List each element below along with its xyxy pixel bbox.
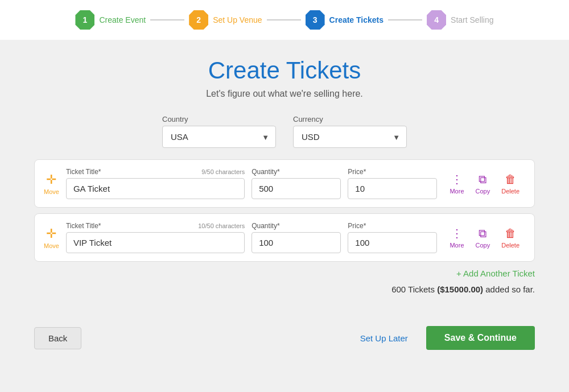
ticket-title-label-1: Ticket Title* xyxy=(66,168,101,176)
copy-icon-2: ⧉ xyxy=(479,227,486,240)
ticket-qty-label-2: Quantity* xyxy=(251,222,279,230)
ticket-row-2: ✛ Move Ticket Title* 10/50 characters Qu… xyxy=(34,213,535,262)
step-label-create-tickets: Create Tickets xyxy=(329,15,384,24)
step-label-set-up-venue: Set Up Venue xyxy=(213,15,262,24)
ticket-title-group-1: Ticket Title* 9/50 characters xyxy=(66,168,245,199)
page-subtitle: Let's figure out what we're selling here… xyxy=(34,89,535,99)
summary-ticket-count: 600 Tickets xyxy=(391,284,435,294)
main-content: Create Tickets Let's figure out what we'… xyxy=(0,40,569,319)
move-icon-1: ✛ xyxy=(46,172,56,187)
more-icon-1: ⋮ xyxy=(451,172,463,186)
ticket-qty-label-1: Quantity* xyxy=(251,168,279,176)
back-button[interactable]: Back xyxy=(34,327,81,349)
footer-right: Set Up Later Save & Continue xyxy=(360,326,535,350)
ticket-fields-1: Ticket Title* 9/50 characters Quantity* … xyxy=(66,168,438,199)
more-button-1[interactable]: ⋮ More xyxy=(444,169,469,198)
ticket-price-header-2: Price* xyxy=(348,222,437,230)
footer: Back Set Up Later Save & Continue xyxy=(0,319,569,350)
step-start-selling[interactable]: 4 Start Selling xyxy=(427,10,493,30)
ticket-price-label-2: Price* xyxy=(348,222,366,230)
copy-icon-1: ⧉ xyxy=(479,173,486,186)
more-label-1: More xyxy=(450,188,464,195)
step-badge-4: 4 xyxy=(427,10,446,30)
ticket-qty-header-2: Quantity* xyxy=(251,222,341,230)
ticket-fields-2: Ticket Title* 10/50 characters Quantity*… xyxy=(66,222,438,253)
ticket-price-input-1[interactable] xyxy=(348,178,437,199)
ticket-title-header-1: Ticket Title* 9/50 characters xyxy=(66,168,245,176)
step-badge-3: 3 xyxy=(306,10,325,30)
copy-button-2[interactable]: ⧉ Copy xyxy=(470,224,496,252)
ticket-title-group-2: Ticket Title* 10/50 characters xyxy=(66,222,245,253)
stepper: 1 Create Event 2 Set Up Venue 3 Create T… xyxy=(0,0,569,40)
ticket-title-input-1[interactable] xyxy=(66,178,245,199)
add-ticket-button[interactable]: + Add Another Ticket xyxy=(456,269,535,278)
copy-button-1[interactable]: ⧉ Copy xyxy=(470,170,496,198)
ticket-title-input-2[interactable] xyxy=(66,232,245,253)
summary-suffix: added so far. xyxy=(485,284,535,294)
move-label-1: Move xyxy=(44,188,59,195)
currency-select[interactable]: USD CAD GBP AUD xyxy=(293,126,407,148)
summary-amount: ($15000.00) xyxy=(437,284,483,294)
ticket-qty-header-1: Quantity* xyxy=(251,168,341,176)
step-label-create-event: Create Event xyxy=(99,15,146,24)
country-group: Country USA Canada UK Australia ▼ xyxy=(162,115,276,148)
ticket-price-label-1: Price* xyxy=(348,168,366,176)
currency-select-wrapper: USD CAD GBP AUD ▼ xyxy=(293,126,407,148)
country-select[interactable]: USA Canada UK Australia xyxy=(162,126,276,148)
copy-label-1: Copy xyxy=(476,188,490,195)
more-label-2: More xyxy=(450,242,464,249)
add-ticket-row: + Add Another Ticket xyxy=(34,269,535,279)
currency-group: Currency USD CAD GBP AUD ▼ xyxy=(293,115,407,148)
delete-button-1[interactable]: 🗑 Delete xyxy=(496,170,525,198)
page-title: Create Tickets xyxy=(34,57,535,84)
save-continue-button[interactable]: Save & Continue xyxy=(426,326,535,350)
selects-row: Country USA Canada UK Australia ▼ Curren… xyxy=(34,115,535,148)
step-badge-2: 2 xyxy=(189,10,208,30)
step-label-start-selling: Start Selling xyxy=(451,15,493,24)
country-select-wrapper: USA Canada UK Australia ▼ xyxy=(162,126,276,148)
delete-icon-1: 🗑 xyxy=(505,173,516,186)
move-button-1[interactable]: ✛ Move xyxy=(44,172,59,195)
delete-button-2[interactable]: 🗑 Delete xyxy=(496,224,525,252)
summary-row: 600 Tickets ($15000.00) added so far. xyxy=(34,284,535,294)
ticket-qty-group-1: Quantity* xyxy=(251,168,341,199)
ticket-price-header-1: Price* xyxy=(348,168,437,176)
ticket-price-group-1: Price* xyxy=(348,168,437,199)
ticket-price-group-2: Price* xyxy=(348,222,437,253)
ticket-actions-1: ⋮ More ⧉ Copy 🗑 Delete xyxy=(444,169,525,198)
setup-later-button[interactable]: Set Up Later xyxy=(360,333,408,343)
step-connector-1 xyxy=(150,19,184,20)
ticket-qty-input-1[interactable] xyxy=(251,178,341,199)
step-create-event[interactable]: 1 Create Event xyxy=(75,10,146,30)
ticket-title-header-2: Ticket Title* 10/50 characters xyxy=(66,222,245,230)
ticket-actions-2: ⋮ More ⧉ Copy 🗑 Delete xyxy=(444,223,525,252)
move-button-2[interactable]: ✛ Move xyxy=(44,226,59,249)
tickets-container: ✛ Move Ticket Title* 9/50 characters Qua… xyxy=(34,159,535,262)
step-set-up-venue[interactable]: 2 Set Up Venue xyxy=(189,10,262,30)
country-label: Country xyxy=(162,115,276,123)
step-connector-3 xyxy=(388,19,422,20)
delete-label-2: Delete xyxy=(501,242,519,249)
more-button-2[interactable]: ⋮ More xyxy=(444,223,469,252)
ticket-qty-input-2[interactable] xyxy=(251,232,341,253)
delete-label-1: Delete xyxy=(501,188,519,195)
move-icon-2: ✛ xyxy=(46,226,56,241)
copy-label-2: Copy xyxy=(476,242,490,249)
ticket-qty-group-2: Quantity* xyxy=(251,222,341,253)
ticket-row-1: ✛ Move Ticket Title* 9/50 characters Qua… xyxy=(34,159,535,208)
delete-icon-2: 🗑 xyxy=(505,227,516,240)
step-connector-2 xyxy=(267,19,301,20)
ticket-title-charcount-1: 9/50 characters xyxy=(201,168,245,175)
currency-label: Currency xyxy=(293,115,407,123)
more-icon-2: ⋮ xyxy=(451,226,463,240)
ticket-title-charcount-2: 10/50 characters xyxy=(198,222,245,229)
ticket-title-label-2: Ticket Title* xyxy=(66,222,101,230)
step-create-tickets[interactable]: 3 Create Tickets xyxy=(306,10,384,30)
move-label-2: Move xyxy=(44,242,59,249)
ticket-price-input-2[interactable] xyxy=(348,232,437,253)
step-badge-1: 1 xyxy=(75,10,94,30)
